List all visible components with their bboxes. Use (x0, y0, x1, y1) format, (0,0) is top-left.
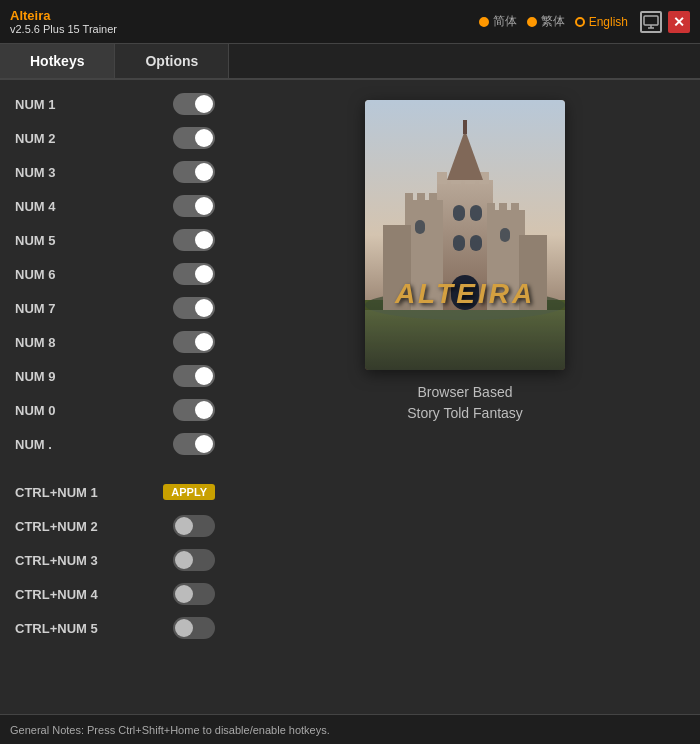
tab-options-label: Options (145, 53, 198, 69)
svg-rect-8 (437, 172, 447, 184)
toggle-knob (195, 129, 213, 147)
toggle-knob (175, 517, 193, 535)
toggle-num5[interactable] (173, 229, 215, 251)
title-controls: 简体 繁体 English ✕ (479, 11, 690, 33)
toggle-knob (175, 551, 193, 569)
apply-badge-ctrlNum1[interactable]: APPLY (163, 484, 215, 500)
toggle-knob (195, 163, 213, 181)
hotkey-row: NUM 0 (15, 396, 215, 424)
svg-rect-0 (644, 16, 658, 25)
svg-rect-18 (499, 203, 507, 213)
game-subtitle-line1: Browser Based (418, 384, 513, 400)
toggle-num9[interactable] (173, 365, 215, 387)
monitor-button[interactable] (640, 11, 662, 33)
toggle-knob (195, 265, 213, 283)
svg-rect-15 (429, 193, 437, 203)
hotkey-label-ctrlNum1: CTRL+NUM 1 (15, 485, 115, 500)
toggle-num8[interactable] (173, 331, 215, 353)
toggle-knob (175, 619, 193, 637)
hotkey-label-ctrlNum4: CTRL+NUM 4 (15, 587, 115, 602)
lang-simplified[interactable]: 简体 (479, 13, 517, 30)
hotkey-row: CTRL+NUM 1APPLY (15, 478, 215, 506)
toggle-knob (195, 299, 213, 317)
app-name: Alteira (10, 8, 117, 23)
toggle-knob (195, 435, 213, 453)
hotkey-row: NUM 9 (15, 362, 215, 390)
tab-options[interactable]: Options (115, 44, 229, 78)
game-subtitle: Browser Based Story Told Fantasy (407, 382, 523, 424)
toggle-ctrlNum2[interactable] (173, 515, 215, 537)
toggle-knob (175, 585, 193, 603)
toggle-knob (195, 401, 213, 419)
svg-rect-26 (415, 220, 425, 234)
hotkey-row: CTRL+NUM 3 (15, 546, 215, 574)
toggle-num7[interactable] (173, 297, 215, 319)
radio-english (575, 17, 585, 27)
close-button[interactable]: ✕ (668, 11, 690, 33)
toggle-ctrlNum4[interactable] (173, 583, 215, 605)
svg-rect-31 (365, 310, 565, 370)
hotkey-label-num9: NUM 9 (15, 369, 115, 384)
lang-english-label: English (589, 15, 628, 29)
radio-simplified (479, 17, 489, 27)
main-content: NUM 1NUM 2NUM 3NUM 4NUM 5NUM 6NUM 7NUM 8… (0, 80, 700, 714)
hotkey-row: NUM 5 (15, 226, 215, 254)
toggle-num6[interactable] (173, 263, 215, 285)
toggle-num4[interactable] (173, 195, 215, 217)
svg-rect-23 (470, 205, 482, 221)
hotkey-row: CTRL+NUM 4 (15, 580, 215, 608)
castle-illustration (365, 100, 565, 370)
hotkey-label-num8: NUM 8 (15, 335, 115, 350)
svg-rect-27 (500, 228, 510, 242)
monitor-icon (643, 15, 659, 29)
game-subtitle-line2: Story Told Fantasy (407, 405, 523, 421)
svg-rect-25 (470, 235, 482, 251)
hotkey-label-ctrlNum2: CTRL+NUM 2 (15, 519, 115, 534)
toggle-num0[interactable] (173, 399, 215, 421)
toggle-num1[interactable] (173, 93, 215, 115)
svg-rect-14 (417, 193, 425, 203)
toggle-knob (195, 231, 213, 249)
footer-note: General Notes: Press Ctrl+Shift+Home to … (10, 724, 330, 736)
toggle-ctrlNum5[interactable] (173, 617, 215, 639)
app-version: v2.5.6 Plus 15 Trainer (10, 23, 117, 35)
hotkey-row: CTRL+NUM 5 (15, 614, 215, 642)
hotkey-row: CTRL+NUM 2 (15, 512, 215, 540)
lang-traditional-label: 繁体 (541, 13, 565, 30)
lang-english[interactable]: English (575, 15, 628, 29)
language-options: 简体 繁体 English (479, 13, 628, 30)
hotkey-row: NUM 8 (15, 328, 215, 356)
hotkey-label-num5: NUM 5 (15, 233, 115, 248)
hotkey-label-numDot: NUM . (15, 437, 115, 452)
game-title-overlay: ALTEIRA (395, 278, 535, 310)
hotkey-label-ctrlNum5: CTRL+NUM 5 (15, 621, 115, 636)
tab-hotkeys[interactable]: Hotkeys (0, 44, 115, 78)
title-info: Alteira v2.5.6 Plus 15 Trainer (10, 8, 117, 35)
options-panel: ALTEIRA Browser Based Story Told Fantasy (230, 80, 700, 714)
hotkey-row: NUM 3 (15, 158, 215, 186)
toggle-numDot[interactable] (173, 433, 215, 455)
hotkey-label-ctrlNum3: CTRL+NUM 3 (15, 553, 115, 568)
hotkey-row: NUM 6 (15, 260, 215, 288)
toggle-num3[interactable] (173, 161, 215, 183)
radio-traditional (527, 17, 537, 27)
hotkey-row: NUM 1 (15, 90, 215, 118)
hotkey-section-gap (15, 464, 215, 472)
hotkey-row: NUM 2 (15, 124, 215, 152)
svg-rect-19 (511, 203, 519, 213)
svg-rect-29 (463, 120, 467, 134)
close-icon: ✕ (673, 14, 685, 30)
hotkey-label-num6: NUM 6 (15, 267, 115, 282)
hotkey-label-num2: NUM 2 (15, 131, 115, 146)
window-buttons: ✕ (640, 11, 690, 33)
lang-simplified-label: 简体 (493, 13, 517, 30)
game-cover: ALTEIRA (365, 100, 565, 370)
lang-traditional[interactable]: 繁体 (527, 13, 565, 30)
footer: General Notes: Press Ctrl+Shift+Home to … (0, 714, 700, 744)
hotkey-label-num4: NUM 4 (15, 199, 115, 214)
toggle-num2[interactable] (173, 127, 215, 149)
hotkey-label-num0: NUM 0 (15, 403, 115, 418)
toggle-ctrlNum3[interactable] (173, 549, 215, 571)
title-bar: Alteira v2.5.6 Plus 15 Trainer 简体 繁体 Eng… (0, 0, 700, 44)
hotkey-row: NUM 4 (15, 192, 215, 220)
